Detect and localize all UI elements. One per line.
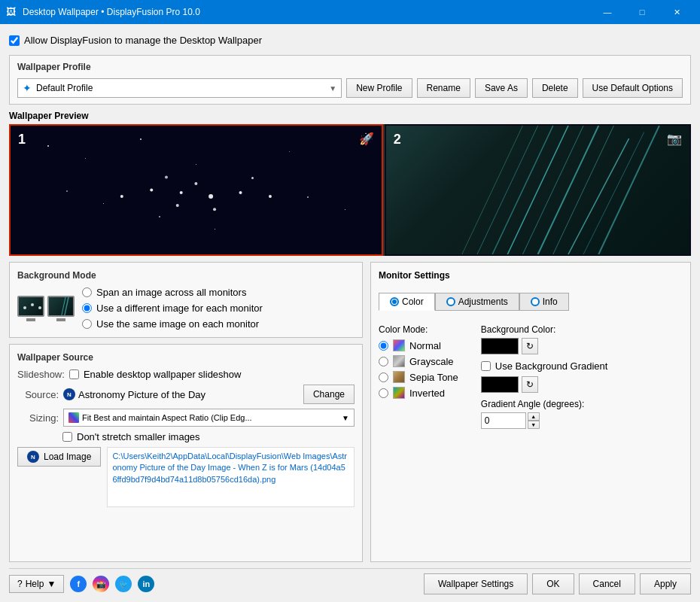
source-row: Source: N Astronomy Picture of the Day C…: [17, 385, 355, 404]
slideshow-checkbox[interactable]: [69, 369, 79, 379]
bg-mode-same-radio[interactable]: [82, 319, 92, 329]
grayscale-icon: [393, 355, 405, 367]
monitor-1-num: 1: [18, 132, 26, 147]
preview-outer: Wallpaper Preview: [9, 111, 691, 256]
dont-stretch-row: Don't stretch smaller images: [62, 431, 355, 442]
gradient-angle-label: Gradient Angle (degrees):: [481, 399, 608, 409]
monitor-1-badge: 🚀: [359, 132, 374, 146]
monitor-1-preview[interactable]: 1 🚀: [9, 124, 383, 256]
svg-line-13: [553, 126, 614, 254]
bottom-row: Background Mode: [9, 262, 691, 562]
svg-line-16: [568, 138, 629, 254]
profile-section-title: Wallpaper Profile: [17, 62, 683, 72]
bg-color-swatch[interactable]: [481, 338, 519, 354]
svg-point-1: [150, 189, 153, 192]
gradient-color-picker-button[interactable]: ↻: [522, 376, 538, 393]
slideshow-checkbox-label: Enable desktop wallpaper slideshow: [84, 369, 242, 380]
file-path-display: C:\Users\Keith2\AppData\Local\DisplayFus…: [107, 447, 355, 507]
color-mode-inverted[interactable]: Inverted: [379, 387, 458, 399]
question-icon: ?: [17, 579, 23, 589]
save-as-button[interactable]: Save As: [475, 78, 528, 98]
twitter-icon[interactable]: 🐦: [115, 576, 132, 592]
sizing-value: Fit Best and maintain Aspect Ratio (Clip…: [82, 413, 342, 422]
sepia-icon: [393, 371, 405, 383]
angle-up-button[interactable]: ▲: [528, 412, 540, 421]
svg-line-19: [462, 126, 523, 254]
load-area: N Load Image C:\Users\Keith2\AppData\Loc…: [17, 447, 355, 507]
monitors-icon: [17, 296, 75, 321]
use-gradient-label: Use Background Gradient: [495, 360, 608, 372]
manage-label: Allow DisplayFusion to manage the Deskto…: [24, 35, 262, 46]
minimize-button[interactable]: —: [590, 0, 625, 24]
rename-button[interactable]: Rename: [417, 78, 470, 98]
delete-button[interactable]: Delete: [532, 78, 578, 98]
bg-mode-same[interactable]: Use the same image on each monitor: [82, 318, 263, 330]
wallpaper-source-section: Wallpaper Source Slideshow: Enable deskt…: [9, 344, 363, 562]
color-mode-sepia[interactable]: Sepia Tone: [379, 371, 458, 383]
bg-mode-span[interactable]: Span an image across all monitors: [82, 287, 263, 298]
svg-point-9: [165, 175, 168, 178]
tab-adjustments[interactable]: Adjustments: [435, 293, 519, 311]
angle-down-button[interactable]: ▼: [528, 421, 540, 429]
svg-point-3: [208, 194, 213, 199]
svg-line-15: [477, 126, 538, 254]
gradient-swatch[interactable]: [481, 376, 519, 393]
normal-radio[interactable]: [379, 341, 388, 351]
monitor-2-num: 2: [394, 132, 401, 147]
facebook-icon[interactable]: f: [70, 576, 87, 592]
bg-color-group: Background Color: ↻ Use Background Gradi…: [481, 324, 608, 429]
bg-mode-different[interactable]: Use a different image for each monitor: [82, 303, 263, 314]
use-default-button[interactable]: Use Default Options: [583, 78, 683, 98]
source-value: N Astronomy Picture of the Day: [63, 388, 299, 400]
new-profile-button[interactable]: New Profile: [346, 78, 412, 98]
maximize-button[interactable]: □: [625, 0, 659, 24]
manage-row: Allow DisplayFusion to manage the Deskto…: [9, 32, 691, 49]
color-mode-label: Color Mode:: [379, 324, 458, 335]
app-icon: 🖼: [6, 6, 18, 18]
wallpaper-profile-section: Wallpaper Profile ✦ Default Profile ▼ Ne…: [9, 55, 691, 105]
change-source-button[interactable]: Change: [303, 385, 355, 404]
bg-mode-different-radio[interactable]: [82, 303, 92, 313]
bg-mode-span-radio[interactable]: [82, 287, 92, 297]
color-mode-grayscale[interactable]: Grayscale: [379, 355, 458, 367]
help-chevron-icon: ▼: [47, 579, 56, 589]
grayscale-radio[interactable]: [379, 357, 388, 366]
profile-selected: Default Profile: [36, 83, 329, 93]
close-button[interactable]: ✕: [659, 0, 694, 24]
color-mode-normal[interactable]: Normal: [379, 339, 458, 351]
inverted-radio[interactable]: [379, 388, 388, 398]
svg-line-11: [522, 126, 583, 254]
manage-checkbox[interactable]: [9, 35, 20, 46]
svg-point-22: [38, 306, 41, 309]
dont-stretch-checkbox[interactable]: [62, 432, 72, 442]
load-image-button[interactable]: N Load Image: [17, 447, 101, 467]
instagram-icon[interactable]: 📸: [93, 576, 109, 592]
tab-info[interactable]: Info: [519, 293, 569, 311]
svg-point-21: [31, 303, 34, 306]
svg-point-20: [23, 306, 26, 309]
profile-icon: ✦: [23, 82, 32, 94]
sizing-dropdown[interactable]: Fit Best and maintain Aspect Ratio (Clip…: [63, 409, 355, 427]
bg-color-picker-button[interactable]: ↻: [522, 338, 538, 354]
cancel-button[interactable]: Cancel: [579, 573, 635, 594]
profile-dropdown[interactable]: ✦ Default Profile ▼: [17, 78, 342, 98]
angle-spinner: ▲ ▼: [528, 412, 540, 429]
source-section-title: Wallpaper Source: [17, 352, 355, 363]
monitor-settings-panel: Monitor Settings Color Adjustments Info: [370, 262, 691, 562]
monitor-2-bg: [386, 126, 689, 254]
svg-point-4: [239, 191, 242, 194]
gradient-angle-input[interactable]: [481, 412, 526, 429]
chevron-down-icon: ▼: [329, 84, 336, 93]
background-mode-section: Background Mode: [9, 262, 363, 338]
monitor-2-preview[interactable]: 2 📷: [385, 124, 691, 256]
help-button[interactable]: ? Help ▼: [9, 575, 64, 593]
sepia-radio[interactable]: [379, 372, 388, 382]
ok-button[interactable]: OK: [532, 573, 574, 594]
use-gradient-checkbox[interactable]: [481, 361, 491, 371]
apply-button[interactable]: Apply: [640, 573, 691, 594]
linkedin-icon[interactable]: in: [138, 576, 154, 592]
load-nasa-icon: N: [27, 451, 39, 463]
bg-color-swatch-row: ↻: [481, 338, 608, 354]
wallpaper-settings-button[interactable]: Wallpaper Settings: [424, 573, 528, 594]
tab-color[interactable]: Color: [379, 293, 435, 311]
